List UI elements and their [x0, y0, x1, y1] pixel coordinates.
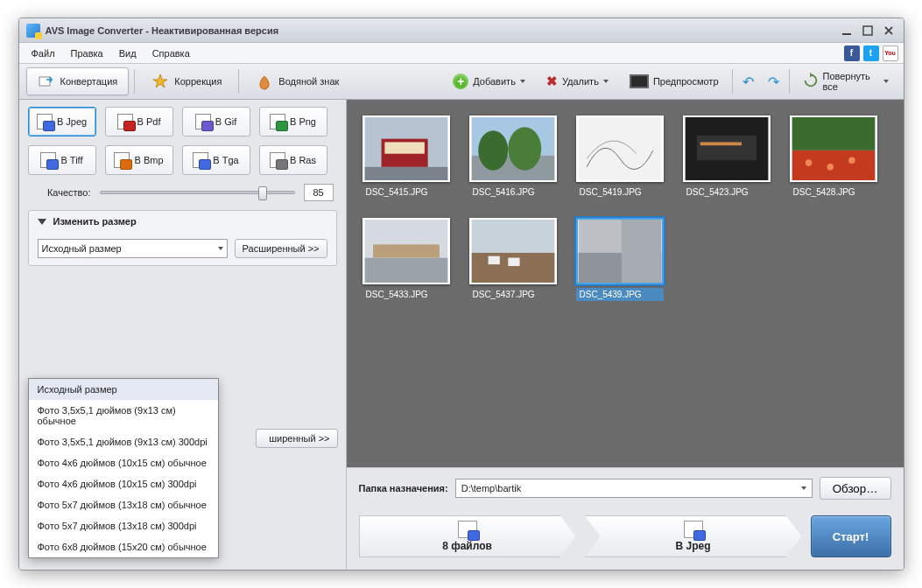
menu-view[interactable]: Вид	[112, 46, 144, 61]
svg-point-19	[848, 157, 855, 164]
delete-button[interactable]: ✖ Удалить	[538, 67, 616, 95]
menu-file[interactable]: Файл	[25, 46, 62, 61]
tab-correct-label: Коррекция	[174, 76, 222, 87]
quality-value[interactable]: 85	[304, 184, 334, 201]
quality-row: Качество: 85	[28, 184, 337, 201]
thumbnail[interactable]: DSC_5428.JPG	[790, 116, 877, 199]
format-grid: В Jpeg В Pdf В Gif В Png В Tiff В Bmp В …	[28, 107, 337, 175]
resize-option[interactable]: Фото 3,5x5,1 дюймов (9x13 см) 300dpi	[29, 431, 218, 452]
thumbnail-label: DSC_5439.JPG	[576, 288, 664, 301]
svg-rect-11	[578, 117, 661, 180]
thumbnail-image	[576, 218, 664, 284]
thumbnail-image	[683, 116, 771, 182]
delete-label: Удалить	[562, 76, 599, 87]
quality-slider[interactable]	[100, 185, 295, 200]
pdf-icon	[117, 114, 133, 130]
format-tiff-button[interactable]: В Tiff	[28, 145, 96, 175]
resize-option[interactable]: Фото 5x7 дюймов (13x18 см) 300dpi	[29, 515, 218, 536]
resize-option[interactable]: Фото 3,5x5,1 дюймов (9x13 см) обычное	[29, 400, 218, 431]
status-row: 8 файлов В Jpeg Старт!	[347, 508, 904, 570]
svg-rect-5	[384, 142, 424, 153]
svg-rect-2	[39, 77, 50, 86]
status-format-label: В Jpeg	[675, 540, 710, 552]
menu-edit[interactable]: Правка	[64, 46, 110, 61]
youtube-button[interactable]: You	[883, 46, 898, 61]
status-files-box[interactable]: 8 файлов	[359, 515, 576, 557]
thumbnail[interactable]: DSC_5423.JPG	[683, 116, 771, 199]
facebook-button[interactable]: f	[844, 46, 860, 61]
resize-combo[interactable]: Исходный размер	[38, 239, 228, 258]
chevron-down-icon	[883, 80, 889, 83]
svg-rect-25	[488, 256, 499, 264]
watermark-icon	[256, 73, 273, 90]
tab-watermark-label: Водяной знак	[278, 76, 339, 87]
resize-option[interactable]: Фото 5x7 дюймов (13x18 см) обычное	[29, 494, 218, 515]
destination-combo[interactable]: D:\temp\bartik	[455, 479, 813, 498]
resize-option[interactable]: Фото 4x6 дюймов (10x15 см) 300dpi	[29, 473, 218, 494]
thumbnail-image	[362, 116, 450, 182]
thumbnail[interactable]: DSC_5433.JPG	[362, 218, 450, 301]
undo-button[interactable]: ↶	[738, 67, 758, 95]
thumbnail-label: DSC_5433.JPG	[362, 288, 450, 301]
thumbnail-image	[576, 116, 664, 182]
tab-convert[interactable]: Конвертация	[26, 67, 130, 95]
thumbnail-label: DSC_5416.JPG	[469, 186, 557, 199]
format-bmp-button[interactable]: В Bmp	[105, 145, 173, 175]
app-window: AVS Image Converter - Неактивированная в…	[18, 18, 904, 570]
png-icon	[270, 114, 285, 130]
rotate-all-label: Повернуть все	[823, 71, 879, 92]
resize-option[interactable]: Исходный размер	[29, 379, 218, 400]
thumbnail[interactable]: DSC_5416.JPG	[469, 116, 557, 199]
resize-option[interactable]: Фото 4x6 дюймов (10x15 см) обычное	[29, 452, 218, 473]
start-button[interactable]: Старт!	[811, 515, 891, 557]
svg-rect-26	[508, 258, 519, 266]
thumbnail-image	[790, 116, 877, 182]
status-format-box[interactable]: В Jpeg	[585, 515, 802, 557]
format-pdf-button[interactable]: В Pdf	[105, 107, 173, 136]
resize-section: Изменить размер Исходный размер Расширен…	[28, 210, 337, 266]
tab-watermark[interactable]: Водяной знак	[244, 67, 350, 95]
format-jpeg-button[interactable]: В Jpeg	[28, 107, 96, 136]
thumbnail[interactable]: DSC_5437.JPG	[469, 218, 557, 301]
rotate-all-button[interactable]: Повернуть все	[795, 67, 897, 95]
format-gif-button[interactable]: В Gif	[182, 107, 250, 136]
jpeg-icon	[37, 114, 53, 130]
preview-button[interactable]: Предпросмотр	[622, 67, 727, 95]
slider-thumb[interactable]	[258, 186, 267, 200]
thumbnail-label: DSC_5428.JPG	[790, 186, 877, 199]
thumbnail[interactable]: DSC_5439.JPG	[576, 218, 664, 301]
resize-header-label: Изменить размер	[53, 216, 137, 227]
delete-icon: ✖	[546, 74, 558, 89]
thumbnail[interactable]: DSC_5415.JPG	[362, 116, 450, 199]
resize-dropdown[interactable]: Исходный размерФото 3,5x5,1 дюймов (9x13…	[28, 378, 219, 558]
format-ras-button[interactable]: В Ras	[259, 145, 327, 175]
menu-help[interactable]: Справка	[145, 46, 197, 61]
resize-option[interactable]: Фото 6x8 дюймов (15x20 см) обычное	[29, 536, 218, 557]
thumbnail-label: DSC_5437.JPG	[469, 288, 557, 301]
chevron-down-icon	[801, 486, 806, 490]
add-label: Добавить	[473, 76, 516, 87]
rename-advanced-peek[interactable]: ширенный >>	[256, 429, 338, 448]
tga-icon	[193, 152, 208, 168]
close-button[interactable]	[881, 23, 897, 38]
browse-button[interactable]: Обзор…	[820, 477, 891, 500]
bmp-icon	[114, 152, 130, 168]
quality-label: Качество:	[32, 187, 91, 198]
svg-rect-16	[792, 150, 875, 180]
resize-advanced-button[interactable]: Расширенный >>	[235, 239, 327, 258]
thumbnail-area[interactable]: DSC_5415.JPGDSC_5416.JPGDSC_5419.JPGDSC_…	[347, 100, 904, 467]
add-button[interactable]: + Добавить	[445, 67, 533, 95]
redo-button[interactable]: ↷	[764, 67, 784, 95]
minimize-button[interactable]	[839, 23, 855, 38]
twitter-button[interactable]: t	[863, 46, 879, 61]
preview-label: Предпросмотр	[653, 76, 719, 87]
destination-row: Папка назначения: D:\temp\bartik Обзор…	[347, 467, 904, 508]
format-png-button[interactable]: В Png	[259, 107, 327, 136]
format-tga-button[interactable]: В Tga	[182, 145, 250, 175]
svg-rect-23	[471, 220, 554, 253]
resize-header[interactable]: Изменить размер	[29, 211, 336, 232]
maximize-button[interactable]	[860, 23, 876, 38]
thumbnail[interactable]: DSC_5419.JPG	[576, 116, 664, 199]
svg-rect-24	[471, 253, 554, 283]
tab-correct[interactable]: Коррекция	[140, 67, 233, 95]
